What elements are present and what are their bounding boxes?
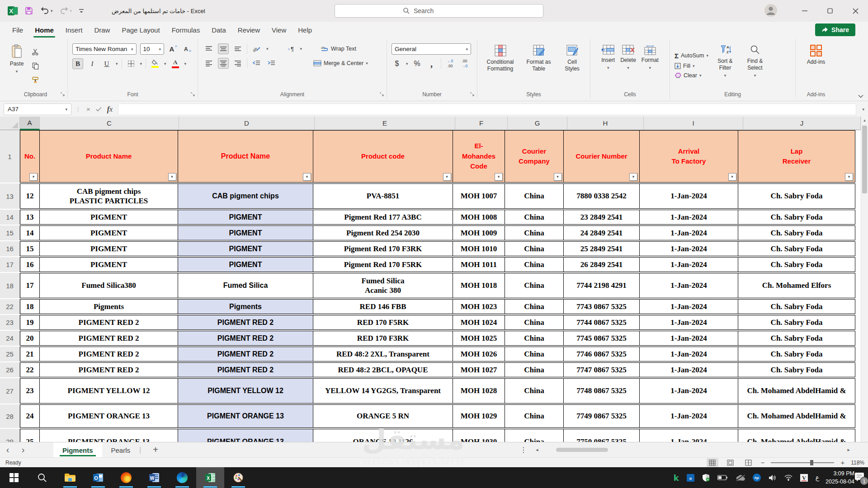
cell-I16[interactable]: 1-Jan-2024 [639, 241, 739, 256]
paint-icon[interactable] [224, 467, 252, 488]
edge-icon[interactable] [168, 467, 196, 488]
cell-F14[interactable]: MOH 1008 [453, 210, 505, 225]
column-header-E[interactable]: E [315, 117, 455, 130]
expand-formula-bar-icon[interactable]: ▾ [862, 107, 864, 112]
zoom-slider-handle[interactable] [810, 460, 813, 465]
cell-A17[interactable]: 16 [20, 257, 40, 272]
cell-A22[interactable]: 18 [20, 299, 40, 314]
filter-dropdown-icon[interactable]: ▾ [845, 173, 853, 181]
cell-G14[interactable]: China [505, 210, 564, 225]
cell-C25[interactable]: PIGMENT RED 2 [39, 347, 179, 361]
sort-filter-button[interactable]: AZ Sort & Filter ▾ [711, 42, 739, 87]
cell-A23[interactable]: 19 [20, 315, 40, 330]
cell-F25[interactable]: MOH 1026 [453, 347, 505, 361]
menu-tab-insert[interactable]: Insert [60, 23, 89, 37]
zoom-in-icon[interactable]: + [840, 459, 844, 466]
zoom-out-icon[interactable]: − [761, 459, 765, 466]
cell-I13[interactable]: 1-Jan-2024 [639, 183, 739, 209]
taskbar-clock[interactable]: 3:09 PM 2025-08-04 [826, 469, 854, 486]
cell-G17[interactable]: China [505, 257, 564, 272]
cell-E27[interactable]: YELLOW 14 YG2GS, Transparent [313, 378, 453, 404]
clear-button[interactable]: Clear▾ [675, 72, 708, 79]
select-all-corner[interactable] [0, 117, 20, 130]
format-cells-button[interactable]: Format ▾ [639, 42, 661, 87]
accounting-dropdown-icon[interactable]: ▾ [406, 61, 408, 66]
cell-I24[interactable]: 1-Jan-2024 [639, 331, 739, 346]
cell-C28[interactable]: PIGMENT ORANGE 13 [39, 404, 179, 428]
cell-G27[interactable]: China [505, 378, 564, 404]
header-cell-H1[interactable]: Courier Number▾ [563, 130, 640, 183]
menu-tab-page-layout[interactable]: Page Layout [116, 23, 165, 37]
italic-button[interactable]: I [87, 58, 98, 69]
menu-tab-help[interactable]: Help [292, 23, 318, 37]
cell-J27[interactable]: Ch. Mohamed AbdelHamid & [738, 378, 855, 404]
cell-I26[interactable]: 1-Jan-2024 [639, 362, 739, 377]
font-size-select[interactable]: 10▾ [140, 43, 164, 55]
horizontal-scrollbar[interactable]: ◂ ▸ [536, 447, 850, 453]
orientation-dropdown-icon[interactable]: ▾ [266, 47, 269, 51]
align-left-icon[interactable] [203, 58, 214, 69]
cell-F26[interactable]: MOH 1027 [453, 362, 505, 377]
cell-I29[interactable]: 1-Jan-2024 [639, 429, 739, 442]
header-cell-A1[interactable]: No.▾ [20, 130, 40, 183]
cell-J15[interactable]: Ch. Sabry Foda [738, 225, 855, 240]
cell-A29[interactable]: 25 [20, 429, 40, 442]
cell-J13[interactable]: Ch. Sabry Foda [738, 183, 855, 209]
cell-H26[interactable]: 7747 0867 5325 [563, 362, 640, 377]
wrap-text-button[interactable]: ab Wrap Text [321, 46, 356, 52]
cell-H29[interactable]: 7750 0867 5325 [563, 429, 640, 442]
kaspersky-tray-icon[interactable]: k [674, 473, 679, 483]
cell-D23[interactable]: PIGMENT RED 2 [178, 315, 313, 330]
cell-F16[interactable]: MOH 1010 [453, 241, 505, 256]
row-header-17[interactable]: 17 [0, 257, 20, 272]
cell-G29[interactable]: China [505, 429, 564, 442]
cell-H25[interactable]: 7746 0867 5325 [563, 347, 640, 361]
delete-cells-button[interactable]: Delete ▾ [618, 42, 638, 87]
cell-I15[interactable]: 1-Jan-2024 [639, 225, 739, 240]
decrease-indent-icon[interactable] [251, 58, 262, 69]
font-dialog-launcher[interactable] [191, 92, 195, 97]
cell-D18[interactable]: Fumed Silica [178, 273, 313, 298]
filter-dropdown-icon[interactable]: ▾ [303, 173, 311, 181]
cell-styles-button[interactable]: Cell Styles [558, 42, 586, 87]
vpn-tray-icon[interactable]: V [800, 474, 808, 482]
fill-button[interactable]: Fill▾ [675, 63, 708, 69]
align-top-icon[interactable] [203, 43, 214, 54]
orientation-button[interactable]: ab [251, 43, 263, 54]
copy-button[interactable] [30, 61, 41, 71]
row-header-23[interactable]: 23 [0, 315, 20, 330]
borders-dropdown-icon[interactable]: ▾ [140, 61, 142, 66]
redo-button[interactable]: ▾ [59, 6, 72, 15]
number-format-select[interactable]: General▾ [392, 43, 471, 55]
cell-D27[interactable]: PIGMENT YELLOW 12 [178, 378, 313, 404]
cell-F27[interactable]: MOH 1028 [453, 378, 505, 404]
row-header-28[interactable]: 28 [0, 404, 20, 428]
menu-tab-draw[interactable]: Draw [88, 23, 116, 37]
cell-I14[interactable]: 1-Jan-2024 [639, 210, 739, 225]
cell-D17[interactable]: PIGMENT [178, 257, 313, 272]
insert-cells-button[interactable]: Insert ▾ [599, 42, 617, 87]
cell-G24[interactable]: China [505, 331, 564, 346]
cell-A15[interactable]: 14 [20, 225, 40, 240]
cell-J18[interactable]: Ch. Mohamed Elfors [738, 273, 855, 298]
scroll-right-icon[interactable]: ▸ [847, 447, 850, 453]
fill-color-button[interactable] [150, 58, 160, 69]
cell-D13[interactable]: CAB pigment chips [178, 183, 313, 209]
merge-center-button[interactable]: Merge & Center ▾ [313, 60, 368, 66]
column-header-A[interactable]: A [20, 117, 40, 130]
cell-F23[interactable]: MOH 1024 [453, 315, 505, 330]
menu-tab-file[interactable]: File [6, 23, 29, 37]
minimize-button[interactable] [792, 0, 817, 22]
undo-dropdown-icon[interactable]: ▾ [51, 9, 53, 13]
borders-button[interactable] [126, 58, 137, 69]
cell-C29[interactable]: PIGMENT ORANGE 13 [39, 429, 179, 442]
paste-dropdown-icon[interactable]: ▾ [16, 69, 18, 74]
cell-G25[interactable]: China [505, 347, 564, 361]
cell-I22[interactable]: 1-Jan-2024 [639, 299, 739, 314]
insert-function-icon[interactable]: fx [107, 105, 113, 113]
cell-H28[interactable]: 7749 0867 5325 [563, 404, 640, 428]
bold-button[interactable]: B [72, 58, 83, 69]
align-center-icon[interactable] [218, 58, 229, 69]
increase-font-icon[interactable]: A^ [168, 44, 179, 55]
share-button[interactable]: Share [815, 23, 855, 36]
